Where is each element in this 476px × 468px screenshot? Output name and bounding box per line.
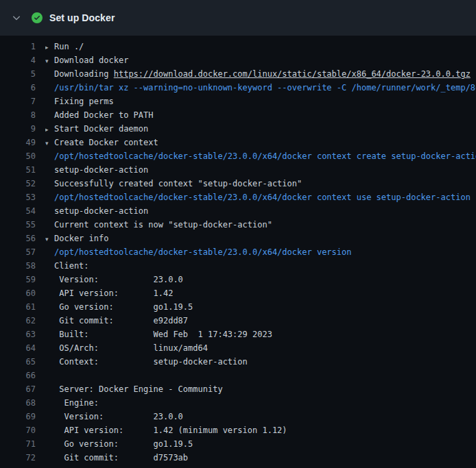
line-content: OS/Arch: linux/amd64 <box>45 341 476 355</box>
line-number[interactable]: 8 <box>0 108 36 122</box>
log-line: 68 Engine: <box>0 396 476 410</box>
line-content: /opt/hostedtoolcache/docker-stable/23.0.… <box>45 245 476 259</box>
line-number[interactable]: 7 <box>0 95 36 108</box>
line-content <box>45 369 476 382</box>
log-text: Downloading <box>54 69 114 79</box>
line-number[interactable]: 72 <box>0 451 36 465</box>
log-command-text: /opt/hostedtoolcache/docker-stable/23.0.… <box>54 151 476 161</box>
group-expanded-icon[interactable]: ▾ <box>45 136 54 150</box>
line-number[interactable]: 62 <box>0 314 36 328</box>
log-text: Start Docker daemon <box>54 124 148 134</box>
log-line: 71 Go version: go1.19.5 <box>0 437 476 451</box>
log-text: Successfully created context "setup-dock… <box>54 179 302 188</box>
line-content: API version: 1.42 <box>45 286 476 300</box>
line-number[interactable]: 71 <box>0 437 36 451</box>
line-number[interactable]: 1 <box>0 40 36 53</box>
log-link[interactable]: https://download.docker.com/linux/static… <box>114 69 471 79</box>
line-content: Added Docker to PATH <box>45 108 476 122</box>
log-line: 62 Git commit: e92dd87 <box>0 314 476 328</box>
line-number[interactable]: 6 <box>0 81 36 95</box>
log-line: 65 Context: setup-docker-action <box>0 355 476 369</box>
line-number[interactable]: 57 <box>0 245 36 259</box>
group-expanded-icon[interactable]: ▾ <box>45 232 54 246</box>
log-area: 1▸Run ./4▾Download docker5Downloading ht… <box>0 36 476 465</box>
line-content: Version: 23.0.0 <box>45 273 476 286</box>
log-line: 51setup-docker-action <box>0 163 476 177</box>
log-line: 61 Go version: go1.19.5 <box>0 300 476 314</box>
log-line: 58Client: <box>0 259 476 273</box>
line-content[interactable]: ▸Run ./ <box>45 40 476 53</box>
line-number[interactable]: 52 <box>0 177 36 190</box>
log-line: 53/opt/hostedtoolcache/docker-stable/23.… <box>0 190 476 204</box>
check-circle-icon <box>32 12 43 23</box>
log-text: setup-docker-action <box>54 165 148 175</box>
chevron-down-icon[interactable] <box>11 12 22 23</box>
log-line: 4▾Download docker <box>0 53 476 67</box>
step-header[interactable]: Set up Docker <box>0 0 476 36</box>
line-number[interactable]: 59 <box>0 273 36 286</box>
line-content: Context: setup-docker-action <box>45 355 476 369</box>
line-number[interactable]: 60 <box>0 286 36 300</box>
line-number[interactable]: 56 <box>0 232 36 245</box>
log-text: Current context is now "setup-docker-act… <box>54 220 272 230</box>
log-line: 69 Version: 23.0.0 <box>0 410 476 423</box>
log-text: Go version: go1.19.5 <box>54 302 193 312</box>
log-line: 72 Git commit: d7573ab <box>0 451 476 465</box>
line-content: Git commit: e92dd87 <box>45 314 476 328</box>
step-title: Set up Docker <box>49 12 115 23</box>
line-number[interactable]: 67 <box>0 382 36 396</box>
line-number[interactable]: 51 <box>0 163 36 177</box>
line-number[interactable]: 50 <box>0 149 36 163</box>
log-text: Added Docker to PATH <box>54 110 154 120</box>
line-content: Engine: <box>45 396 476 410</box>
log-line: 9▸Start Docker daemon <box>0 122 476 136</box>
line-number[interactable]: 70 <box>0 423 36 437</box>
line-number[interactable]: 4 <box>0 53 36 67</box>
line-number[interactable]: 58 <box>0 259 36 273</box>
line-number[interactable]: 5 <box>0 67 36 81</box>
line-content: Git commit: d7573ab <box>45 451 476 465</box>
group-expanded-icon[interactable]: ▾ <box>45 54 54 68</box>
line-content[interactable]: ▸Start Docker daemon <box>45 122 476 136</box>
group-collapsed-icon[interactable]: ▸ <box>45 40 54 54</box>
log-text: Fixing perms <box>54 97 114 106</box>
line-number[interactable]: 61 <box>0 300 36 314</box>
log-text: API version: 1.42 (minimum version 1.12) <box>54 426 287 435</box>
log-line: 5Downloading https://download.docker.com… <box>0 67 476 81</box>
line-number[interactable]: 55 <box>0 218 36 232</box>
line-number[interactable]: 53 <box>0 190 36 204</box>
log-line: 49▾Create Docker context <box>0 136 476 149</box>
line-content: Successfully created context "setup-dock… <box>45 177 476 190</box>
line-content: setup-docker-action <box>45 163 476 177</box>
line-content: Go version: go1.19.5 <box>45 437 476 451</box>
line-number[interactable]: 69 <box>0 410 36 423</box>
log-text: Go version: go1.19.5 <box>54 439 193 449</box>
line-content: Current context is now "setup-docker-act… <box>45 218 476 232</box>
line-content: Go version: go1.19.5 <box>45 300 476 314</box>
group-collapsed-icon[interactable]: ▸ <box>45 123 54 136</box>
line-content[interactable]: ▾Create Docker context <box>45 136 476 149</box>
line-number[interactable]: 54 <box>0 204 36 218</box>
line-content: Client: <box>45 259 476 273</box>
line-number[interactable]: 63 <box>0 328 36 341</box>
line-number[interactable]: 9 <box>0 122 36 136</box>
log-text: Server: Docker Engine - Community <box>54 384 223 394</box>
line-content[interactable]: ▾Download docker <box>45 53 476 67</box>
line-content: /opt/hostedtoolcache/docker-stable/23.0.… <box>45 190 476 204</box>
log-line: 50/opt/hostedtoolcache/docker-stable/23.… <box>0 149 476 163</box>
log-line: 8Added Docker to PATH <box>0 108 476 122</box>
log-text: Download docker <box>54 56 128 65</box>
line-number[interactable]: 64 <box>0 341 36 355</box>
log-text: Docker info <box>54 234 108 243</box>
log-line: 52Successfully created context "setup-do… <box>0 177 476 190</box>
log-command-text: /opt/hostedtoolcache/docker-stable/23.0.… <box>54 247 351 257</box>
log-line: 67 Server: Docker Engine - Community <box>0 382 476 396</box>
line-number[interactable]: 49 <box>0 136 36 149</box>
line-content[interactable]: ▾Docker info <box>45 232 476 245</box>
line-number[interactable]: 68 <box>0 396 36 410</box>
log-line: 1▸Run ./ <box>0 40 476 53</box>
line-number[interactable]: 66 <box>0 369 36 382</box>
line-number[interactable]: 65 <box>0 355 36 369</box>
line-content: Built: Wed Feb 1 17:43:29 2023 <box>45 328 476 341</box>
log-text: Context: setup-docker-action <box>54 357 248 367</box>
